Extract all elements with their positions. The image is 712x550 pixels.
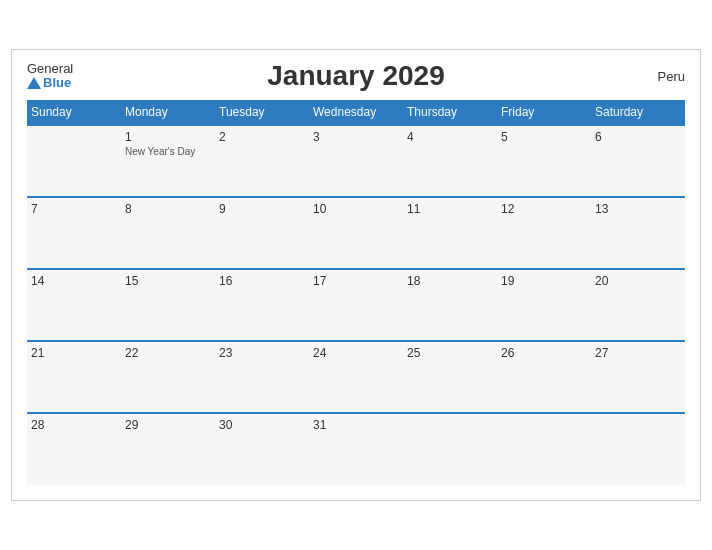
day-number: 12	[501, 202, 587, 216]
calendar-day-cell	[591, 413, 685, 485]
calendar-day-cell: 26	[497, 341, 591, 413]
day-number: 13	[595, 202, 681, 216]
day-number: 21	[31, 346, 117, 360]
calendar-day-cell: 19	[497, 269, 591, 341]
day-number: 27	[595, 346, 681, 360]
weekday-header: Friday	[497, 100, 591, 125]
day-number: 23	[219, 346, 305, 360]
weekday-header: Thursday	[403, 100, 497, 125]
country-label: Peru	[658, 69, 685, 84]
calendar-day-cell: 17	[309, 269, 403, 341]
day-number: 1	[125, 130, 211, 144]
calendar-day-cell: 28	[27, 413, 121, 485]
day-number: 2	[219, 130, 305, 144]
calendar-week-row: 1New Year's Day23456	[27, 125, 685, 197]
calendar-day-cell: 27	[591, 341, 685, 413]
day-number: 26	[501, 346, 587, 360]
day-number: 25	[407, 346, 493, 360]
calendar-day-cell: 1New Year's Day	[121, 125, 215, 197]
logo-triangle-icon	[27, 77, 41, 89]
logo: General Blue	[27, 62, 73, 91]
day-number: 16	[219, 274, 305, 288]
calendar-day-cell	[27, 125, 121, 197]
day-number: 8	[125, 202, 211, 216]
day-number: 6	[595, 130, 681, 144]
calendar-day-cell: 11	[403, 197, 497, 269]
calendar-week-row: 14151617181920	[27, 269, 685, 341]
calendar-day-cell: 4	[403, 125, 497, 197]
calendar-header: General Blue January 2029 Peru	[27, 60, 685, 92]
day-number: 29	[125, 418, 211, 432]
calendar-day-cell: 5	[497, 125, 591, 197]
calendar-day-cell: 31	[309, 413, 403, 485]
calendar-day-cell: 8	[121, 197, 215, 269]
day-number: 30	[219, 418, 305, 432]
day-number: 18	[407, 274, 493, 288]
calendar-title: January 2029	[267, 60, 444, 92]
day-number: 10	[313, 202, 399, 216]
calendar-week-row: 78910111213	[27, 197, 685, 269]
calendar-day-cell: 29	[121, 413, 215, 485]
holiday-label: New Year's Day	[125, 146, 211, 157]
day-number: 28	[31, 418, 117, 432]
calendar-week-row: 21222324252627	[27, 341, 685, 413]
day-number: 15	[125, 274, 211, 288]
day-number: 5	[501, 130, 587, 144]
calendar-day-cell	[403, 413, 497, 485]
weekday-header-row: SundayMondayTuesdayWednesdayThursdayFrid…	[27, 100, 685, 125]
calendar-day-cell: 23	[215, 341, 309, 413]
calendar-day-cell: 25	[403, 341, 497, 413]
calendar-day-cell: 9	[215, 197, 309, 269]
calendar-container: General Blue January 2029 Peru SundayMon…	[11, 49, 701, 501]
day-number: 14	[31, 274, 117, 288]
weekday-header: Saturday	[591, 100, 685, 125]
weekday-header: Sunday	[27, 100, 121, 125]
calendar-day-cell	[497, 413, 591, 485]
day-number: 22	[125, 346, 211, 360]
calendar-day-cell: 13	[591, 197, 685, 269]
calendar-day-cell: 18	[403, 269, 497, 341]
day-number: 19	[501, 274, 587, 288]
weekday-header: Monday	[121, 100, 215, 125]
day-number: 31	[313, 418, 399, 432]
day-number: 11	[407, 202, 493, 216]
calendar-day-cell: 14	[27, 269, 121, 341]
day-number: 20	[595, 274, 681, 288]
calendar-thead: SundayMondayTuesdayWednesdayThursdayFrid…	[27, 100, 685, 125]
calendar-day-cell: 2	[215, 125, 309, 197]
calendar-body: 1New Year's Day2345678910111213141516171…	[27, 125, 685, 485]
calendar-day-cell: 15	[121, 269, 215, 341]
weekday-header: Tuesday	[215, 100, 309, 125]
day-number: 4	[407, 130, 493, 144]
calendar-day-cell: 20	[591, 269, 685, 341]
day-number: 17	[313, 274, 399, 288]
logo-blue-text: Blue	[27, 76, 73, 90]
calendar-day-cell: 30	[215, 413, 309, 485]
calendar-week-row: 28293031	[27, 413, 685, 485]
calendar-day-cell: 12	[497, 197, 591, 269]
day-number: 7	[31, 202, 117, 216]
calendar-day-cell: 7	[27, 197, 121, 269]
calendar-day-cell: 10	[309, 197, 403, 269]
calendar-day-cell: 22	[121, 341, 215, 413]
day-number: 3	[313, 130, 399, 144]
day-number: 9	[219, 202, 305, 216]
weekday-header: Wednesday	[309, 100, 403, 125]
calendar-table: SundayMondayTuesdayWednesdayThursdayFrid…	[27, 100, 685, 485]
calendar-day-cell: 16	[215, 269, 309, 341]
calendar-day-cell: 3	[309, 125, 403, 197]
calendar-day-cell: 21	[27, 341, 121, 413]
logo-general-text: General	[27, 62, 73, 76]
calendar-day-cell: 24	[309, 341, 403, 413]
calendar-day-cell: 6	[591, 125, 685, 197]
day-number: 24	[313, 346, 399, 360]
